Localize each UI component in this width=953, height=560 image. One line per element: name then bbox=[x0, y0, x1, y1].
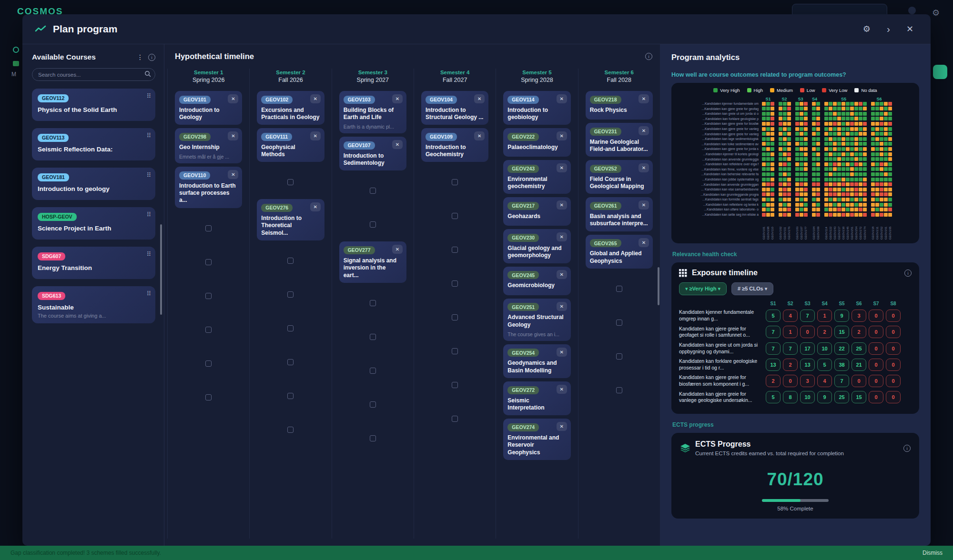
remove-course-button[interactable]: ✕ bbox=[639, 200, 649, 210]
background-gear-icon[interactable]: ⚙ bbox=[932, 8, 940, 18]
empty-slot[interactable] bbox=[250, 165, 331, 199]
remove-course-button[interactable]: ✕ bbox=[639, 126, 649, 135]
empty-slot[interactable] bbox=[578, 306, 660, 340]
exposure-info-icon[interactable]: i bbox=[904, 270, 912, 277]
timeline-course-card[interactable]: GEOV102✕Excursions and Practicals in Geo… bbox=[257, 91, 324, 125]
timeline-course-card[interactable]: GEOV217✕Geohazards bbox=[503, 197, 570, 226]
empty-slot[interactable] bbox=[250, 278, 331, 311]
timeline-course-card[interactable]: GEOV276✕Introduction to Theoretical Seis… bbox=[257, 199, 324, 240]
timeline-course-card[interactable]: GEOV254✕Geodynamics and Basin Modelling bbox=[503, 344, 570, 378]
remove-course-button[interactable]: ✕ bbox=[557, 163, 567, 172]
sidebar-scrollbar[interactable] bbox=[160, 224, 162, 315]
timeline-course-card[interactable]: GEOV104✕Introduction to Structural Geolo… bbox=[421, 91, 488, 125]
remove-course-button[interactable]: ✕ bbox=[557, 270, 567, 279]
remove-course-button[interactable]: ✕ bbox=[639, 238, 649, 247]
empty-slot[interactable] bbox=[332, 388, 414, 421]
drag-handle-icon[interactable]: ⠿ bbox=[146, 92, 151, 100]
empty-slot[interactable] bbox=[414, 300, 496, 334]
sidebar-info-icon[interactable]: i bbox=[148, 54, 155, 61]
empty-slot[interactable] bbox=[250, 311, 331, 345]
timeline-course-card[interactable]: GEOV277✕Signal analysis and inversion in… bbox=[339, 241, 406, 283]
timeline-course-card[interactable]: GEOV265✕Global and Applied Geophysics bbox=[586, 235, 653, 269]
timeline-course-card[interactable]: GEOV103✕Building Blocks of Earth and Lif… bbox=[339, 91, 406, 133]
course-card[interactable]: GEOV113⠿Seismic Reflection Data: bbox=[32, 128, 155, 160]
filter-very-high-chip[interactable]: ▾ ≥Very High ▾ bbox=[679, 282, 727, 295]
empty-slot[interactable] bbox=[578, 272, 660, 306]
empty-slot[interactable] bbox=[168, 245, 249, 279]
remove-course-button[interactable]: ✕ bbox=[557, 385, 567, 394]
empty-slot[interactable] bbox=[332, 320, 414, 354]
timeline-info-icon[interactable]: i bbox=[645, 53, 652, 60]
timeline-course-card[interactable]: GEOV218✕Rock Physics bbox=[586, 91, 653, 120]
remove-course-button[interactable]: ✕ bbox=[392, 140, 403, 149]
timeline-scrollbar[interactable] bbox=[658, 267, 659, 305]
empty-slot[interactable] bbox=[168, 380, 249, 414]
empty-slot[interactable] bbox=[332, 174, 414, 208]
course-card[interactable]: GEOV181⠿Introduction to geology bbox=[32, 168, 155, 200]
remove-course-button[interactable]: ✕ bbox=[310, 94, 321, 103]
empty-slot[interactable] bbox=[332, 208, 414, 241]
empty-slot[interactable] bbox=[250, 345, 331, 379]
empty-slot[interactable] bbox=[168, 347, 249, 380]
timeline-course-card[interactable]: GEOV272✕Seismic Interpretation bbox=[503, 381, 570, 415]
timeline-course-card[interactable]: GEOV114✕Introduction to geobiology bbox=[503, 91, 570, 125]
settings-gear-icon[interactable]: ⚙ bbox=[858, 24, 875, 34]
empty-slot[interactable] bbox=[414, 402, 496, 436]
search-input[interactable] bbox=[32, 68, 155, 81]
remove-course-button[interactable]: ✕ bbox=[639, 163, 649, 172]
remove-course-button[interactable]: ✕ bbox=[228, 131, 238, 140]
empty-slot[interactable] bbox=[168, 279, 249, 313]
timeline-course-card[interactable]: GEOV230✕Glacial geology and geomorpholog… bbox=[503, 229, 570, 263]
empty-slot[interactable] bbox=[332, 421, 414, 455]
drag-handle-icon[interactable]: ⠿ bbox=[146, 132, 151, 139]
chevron-right-icon[interactable]: › bbox=[882, 23, 895, 35]
timeline-course-card[interactable]: GEOV251✕Advanced Structural GeologyThe c… bbox=[503, 299, 570, 341]
empty-slot[interactable] bbox=[578, 340, 660, 373]
timeline-course-card[interactable]: GEOV231✕Marine Geological Field-and Labo… bbox=[586, 123, 653, 157]
kebab-menu-icon[interactable]: ⋮ bbox=[137, 53, 143, 61]
remove-course-button[interactable]: ✕ bbox=[557, 302, 567, 311]
remove-course-button[interactable]: ✕ bbox=[557, 232, 567, 241]
close-icon[interactable]: ✕ bbox=[902, 24, 918, 34]
course-card[interactable]: SDG613⠿SustainableThe course aims at giv… bbox=[32, 286, 155, 323]
course-card[interactable]: HOSP-GEOV⠿Science Project in Earth bbox=[32, 207, 155, 240]
remove-course-button[interactable]: ✕ bbox=[474, 131, 485, 140]
timeline-course-card[interactable]: GEOV245✕Geomicrobiology bbox=[503, 267, 570, 295]
remove-course-button[interactable]: ✕ bbox=[557, 131, 567, 140]
timeline-course-card[interactable]: GEOV261✕Basin analysis and subsurface in… bbox=[586, 197, 653, 231]
drag-handle-icon[interactable]: ⠿ bbox=[146, 290, 151, 297]
timeline-course-card[interactable]: GEOV222✕Palaeoclimatology bbox=[503, 128, 570, 157]
timeline-course-card[interactable]: GEOV298✕Geo InternshipEmnets mål er å gj… bbox=[175, 128, 242, 163]
empty-slot[interactable] bbox=[414, 368, 496, 402]
filter-clos-chip[interactable]: # ≥5 CLOs ▾ bbox=[731, 282, 773, 295]
remove-course-button[interactable]: ✕ bbox=[228, 170, 238, 179]
remove-course-button[interactable]: ✕ bbox=[392, 94, 403, 103]
empty-slot[interactable] bbox=[168, 211, 249, 245]
remove-course-button[interactable]: ✕ bbox=[639, 94, 649, 103]
remove-course-button[interactable]: ✕ bbox=[310, 202, 321, 211]
timeline-course-card[interactable]: GEOV252✕Field Course in Geological Mappi… bbox=[586, 160, 653, 194]
empty-slot[interactable] bbox=[414, 165, 496, 199]
drag-handle-icon[interactable]: ⠿ bbox=[146, 250, 151, 258]
empty-slot[interactable] bbox=[414, 233, 496, 267]
timeline-course-card[interactable]: GEOV243✕Environmental geochemistry bbox=[503, 160, 570, 194]
ects-info-icon[interactable]: i bbox=[903, 445, 911, 452]
remove-course-button[interactable]: ✕ bbox=[557, 348, 567, 357]
remove-course-button[interactable]: ✕ bbox=[557, 94, 567, 103]
timeline-course-card[interactable]: GEOV109✕Introduction to Geochemistry bbox=[421, 128, 488, 162]
timeline-course-card[interactable]: GEOV274✕Environmental and Reservoir Geop… bbox=[503, 419, 570, 460]
empty-slot[interactable] bbox=[168, 313, 249, 347]
remove-course-button[interactable]: ✕ bbox=[310, 131, 321, 140]
empty-slot[interactable] bbox=[414, 199, 496, 233]
empty-slot[interactable] bbox=[332, 286, 414, 320]
empty-slot[interactable] bbox=[332, 354, 414, 388]
empty-slot[interactable] bbox=[578, 373, 660, 407]
remove-course-button[interactable]: ✕ bbox=[228, 94, 238, 103]
course-card[interactable]: GEOV112⠿Physics of the Solid Earth bbox=[32, 89, 155, 121]
timeline-course-card[interactable]: GEOV101✕Introduction to Geology bbox=[175, 91, 242, 125]
empty-slot[interactable] bbox=[250, 413, 331, 447]
remove-course-button[interactable]: ✕ bbox=[474, 94, 485, 103]
remove-course-button[interactable]: ✕ bbox=[392, 245, 403, 254]
empty-slot[interactable] bbox=[250, 379, 331, 413]
empty-slot[interactable] bbox=[414, 334, 496, 368]
